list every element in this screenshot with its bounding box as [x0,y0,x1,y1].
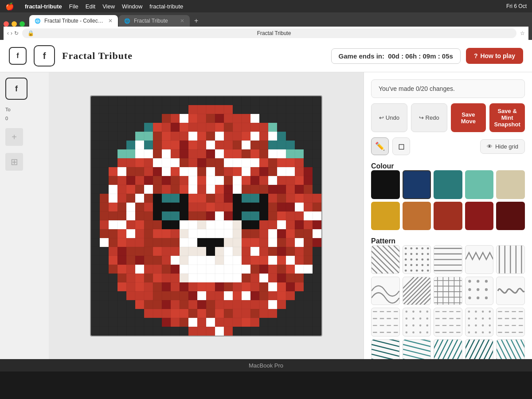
svg-point-97 [426,318,428,320]
pattern-swatch-p12[interactable] [403,308,431,336]
address-bar[interactable]: 🔒 Fractal Tribute [22,28,516,38]
maximize-button[interactable] [20,21,25,27]
pencil-icon: ✏️ [375,141,385,151]
redo-label: Redo [426,114,439,121]
save-mint-label: Save & Mint Snapshot [494,108,520,128]
redo-button[interactable]: ↪ Redo [411,103,447,132]
svg-point-96 [419,318,421,320]
tab-close-2[interactable]: ✕ [180,18,184,24]
colour-swatch-cream[interactable] [496,170,525,199]
app-logo-main: f [34,45,55,66]
svg-point-93 [426,311,428,313]
pattern-grid [371,245,525,359]
svg-line-4 [372,246,399,274]
svg-point-25 [405,264,407,266]
colour-swatch-dark-blue[interactable] [403,170,431,199]
colour-swatch-gold[interactable] [371,202,400,231]
tab-close-1[interactable]: ✕ [108,18,113,24]
pattern-swatch-p14[interactable] [465,308,494,336]
bookmark-icon[interactable]: ☆ [520,30,525,36]
save-mint-button[interactable]: Save & Mint Snapshot [489,103,525,132]
tab-active[interactable]: 🌐 Fractal Tribute - Collection | C... ✕ [29,15,118,27]
svg-point-99 [412,325,415,327]
svg-point-29 [427,264,429,266]
menu-edit[interactable]: Edit [86,3,95,10]
svg-point-70 [485,288,488,291]
tab-2[interactable]: 🌐 Fractal Tribute ✕ [119,15,190,27]
pattern-swatch-p15[interactable] [496,308,525,336]
action-buttons: ↩ Undo ↪ Redo Save Move Save & Mint Snap… [371,103,525,132]
apple-menu[interactable]: 🍎 [5,2,14,11]
colour-swatch-black[interactable] [371,170,400,199]
header-right: Game ends in: 00d : 06h : 09m : 05s ? Ho… [331,48,523,64]
svg-point-66 [477,280,479,282]
undo-button[interactable]: ↩ Undo [371,103,407,132]
svg-line-193 [466,340,474,359]
colour-swatch-dark-red[interactable] [465,202,494,231]
colour-swatch-orange-brown[interactable] [403,202,431,231]
svg-point-24 [427,258,429,261]
svg-point-130 [468,325,470,327]
timer-label: Game ends in: [339,52,384,60]
svg-point-10 [405,247,407,250]
pattern-swatch-p5[interactable] [496,245,525,274]
sidebar-grid-icon[interactable]: ⊞ [5,153,23,171]
svg-point-123 [475,311,477,313]
menu-window[interactable]: Window [122,3,142,10]
save-move-button[interactable]: Save Move [451,103,486,132]
svg-point-69 [477,288,479,291]
pattern-swatch-p6[interactable] [371,277,400,305]
pattern-swatch-p4[interactable] [465,245,494,274]
pixel-canvas[interactable] [90,95,322,336]
timer-value: 00d : 06h : 09m : 05s [388,52,453,60]
refresh-button[interactable]: ↻ [14,30,19,36]
pattern-swatch-p9[interactable] [465,277,494,305]
svg-point-18 [421,253,423,255]
sidebar-count: 0 [5,116,43,121]
tab-label-2: Fractal Tribute [134,18,168,24]
canvas-area[interactable] [49,72,364,359]
menu-fractal[interactable]: fractal-tribute [149,3,183,10]
forward-button[interactable]: › [11,30,12,36]
timer-badge: Game ends in: 00d : 06h : 09m : 05s [331,48,461,64]
pencil-tool[interactable]: ✏️ [371,137,389,155]
pattern-swatch-p13[interactable] [434,308,462,336]
svg-point-105 [426,332,428,334]
changes-text: You've made 0/20 changes. [379,85,455,92]
sidebar-add-icon[interactable]: + [5,128,23,146]
pattern-swatch-p10[interactable] [496,277,525,305]
colour-swatch-maroon[interactable] [496,202,525,231]
pattern-swatch-p20[interactable] [496,339,525,359]
app-title: Fractal Tribute [62,50,133,62]
pattern-swatch-p17[interactable] [403,339,431,359]
pattern-swatch-p2[interactable] [403,245,431,274]
menu-view[interactable]: View [102,3,115,10]
colour-swatch-brick-red[interactable] [434,202,462,231]
minimize-button[interactable] [12,21,17,27]
hide-grid-label: Hide grid [495,143,518,150]
svg-point-104 [419,332,421,334]
svg-line-207 [501,340,515,359]
back-button[interactable]: ‹ [7,30,9,36]
pattern-swatch-p1[interactable] [371,245,400,274]
how-to-play-button[interactable]: ? How to play [466,48,523,64]
pattern-swatch-p19[interactable] [465,339,494,359]
pattern-swatch-p16[interactable] [371,339,400,359]
menu-file[interactable]: File [69,3,78,10]
close-button[interactable] [4,21,9,27]
redo-icon: ↪ [419,114,424,121]
pattern-swatch-p8[interactable] [434,277,462,305]
hide-grid-button[interactable]: 👁 Hide grid [480,139,525,154]
svg-line-185 [449,340,462,359]
eraser-tool[interactable]: ◻ [392,137,410,155]
pattern-swatch-p18[interactable] [434,339,462,359]
colour-swatch-teal[interactable] [434,170,462,199]
colour-swatch-mint[interactable] [465,170,494,199]
question-icon: ? [474,52,478,59]
pattern-swatch-p3[interactable] [434,245,462,274]
colour-grid [371,170,525,230]
svg-point-128 [482,318,484,320]
pattern-swatch-p11[interactable] [371,308,400,336]
pattern-swatch-p7[interactable] [403,277,431,305]
new-tab-button[interactable]: + [191,15,202,27]
